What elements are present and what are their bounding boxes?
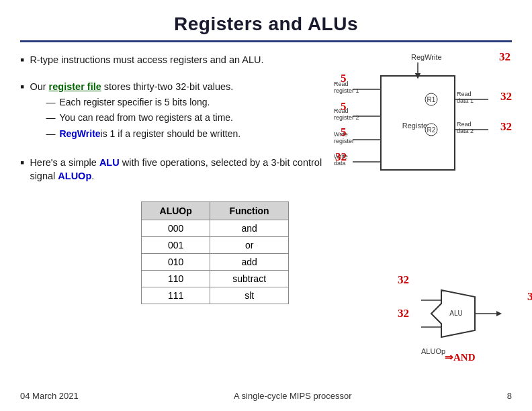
svg-marker-30 (496, 311, 502, 316)
sub-bullets-2: Each register specifier is 5 bits long. … (46, 96, 240, 141)
svg-text:register 2: register 2 (334, 114, 359, 121)
slide-title: Registers and ALUs (20, 13, 512, 35)
sub-bullet-2-3: RegWrite is 1 if a register should be wr… (46, 128, 240, 141)
annotation-aluop-and: ⇒AND (445, 351, 476, 363)
table-cell-func-4: slt (210, 287, 289, 304)
regwrite-label: RegWrite (411, 53, 442, 61)
sub-bullet-2-2: You can read from two registers at a tim… (46, 111, 240, 125)
register-file-highlight: register file (49, 81, 101, 92)
annotation-32-alu-out: 32 (527, 290, 532, 304)
annotation-32-alu-bot: 32 (398, 307, 409, 320)
svg-text:ALU: ALU (449, 310, 462, 317)
footer-page: 8 (507, 391, 512, 401)
table-cell-func-2: add (210, 254, 289, 271)
register-diagram: RegWrite 32 5 5 5 32 32 32 (334, 53, 512, 189)
annotation-32-top: 32 (499, 50, 511, 64)
bullet-section-3: ▪ Here's a simple ALU with five operatio… (20, 156, 334, 189)
table-cell-aluop-4: 111 (142, 287, 210, 304)
bullet-icon-3: ▪ (20, 156, 24, 171)
annotation-32-alu-top: 32 (398, 273, 409, 287)
annotation-32-right2: 32 (500, 120, 512, 134)
table-row: 010 add (142, 254, 289, 271)
col-header-aluop: ALUOp (142, 202, 210, 220)
right-panel: RegWrite 32 5 5 5 32 32 32 (334, 53, 512, 383)
table-cell-func-0: and (210, 220, 289, 237)
left-panel: ▪ R-type instructions must access regist… (20, 53, 334, 383)
bullet-text-2: Our register file stores thirty-two 32-b… (30, 80, 240, 144)
table-row: 000 and (142, 220, 289, 237)
bullet-section-1: ▪ R-type instructions must access regist… (20, 53, 334, 73)
table-cell-func-1: or (210, 237, 289, 254)
register-svg: Registers Read register 1 Read register … (334, 62, 505, 187)
footer-date: 04 March 2021 (20, 391, 79, 401)
svg-text:register 1: register 1 (334, 87, 359, 94)
bullet-text-3: Here's a simple ALU with five operations… (30, 156, 334, 183)
svg-text:R2: R2 (427, 126, 436, 134)
table-row: 001 or (142, 237, 289, 254)
bullet-icon-2: ▪ (20, 80, 24, 95)
table-cell-aluop-1: 001 (142, 237, 210, 254)
table-row: 110 subtract (142, 271, 289, 287)
bullet-section-2: ▪ Our register file stores thirty-two 32… (20, 80, 334, 149)
table-cell-aluop-3: 110 (142, 271, 210, 287)
bullet-item-3: ▪ Here's a simple ALU with five operatio… (20, 156, 334, 183)
annotation-5-1: 5 (341, 72, 347, 85)
aluop-diagram-label: ALUOp (421, 347, 445, 355)
annotation-5-2: 5 (341, 100, 347, 113)
table-row: 111 slt (142, 287, 289, 304)
slide: Registers and ALUs ▪ R-type instructions… (0, 0, 532, 411)
svg-text:Read: Read (457, 91, 472, 97)
table-cell-func-3: subtract (210, 271, 289, 287)
alu-table-container: ALUOp Function 000 and 001 or (141, 201, 289, 304)
svg-text:data 1: data 1 (457, 97, 474, 104)
svg-text:data 2: data 2 (457, 128, 474, 134)
aluop-highlight: ALUOp (58, 171, 91, 181)
col-header-function: Function (210, 202, 289, 220)
annotation-32-left: 32 (335, 150, 347, 164)
svg-text:R1: R1 (427, 96, 436, 103)
alu-highlight: ALU (99, 157, 120, 168)
title-divider (20, 40, 512, 42)
bullet-text-1: R-type instructions must access register… (30, 53, 263, 66)
alu-svg: ALU (421, 287, 515, 340)
sub-bullet-2-1: Each register specifier is 5 bits long. (46, 96, 240, 109)
alu-diagram: 32 32 32 ALU ALUOp (421, 287, 515, 343)
svg-text:Read: Read (457, 121, 472, 128)
regwrite-highlight: RegWrite (59, 128, 100, 141)
table-cell-aluop-0: 000 (142, 220, 210, 237)
bullet-item-1: ▪ R-type instructions must access regist… (20, 53, 334, 68)
annotation-32-right1: 32 (500, 90, 512, 103)
alu-table: ALUOp Function 000 and 001 or (141, 201, 289, 304)
slide-footer: 04 March 2021 A single-cycle MIPS proces… (20, 391, 512, 401)
bullet-icon-1: ▪ (20, 53, 24, 68)
footer-subtitle: A single-cycle MIPS processor (234, 391, 352, 401)
bullet-item-2: ▪ Our register file stores thirty-two 32… (20, 80, 334, 144)
table-cell-aluop-2: 010 (142, 254, 210, 271)
annotation-5-3: 5 (341, 126, 347, 139)
